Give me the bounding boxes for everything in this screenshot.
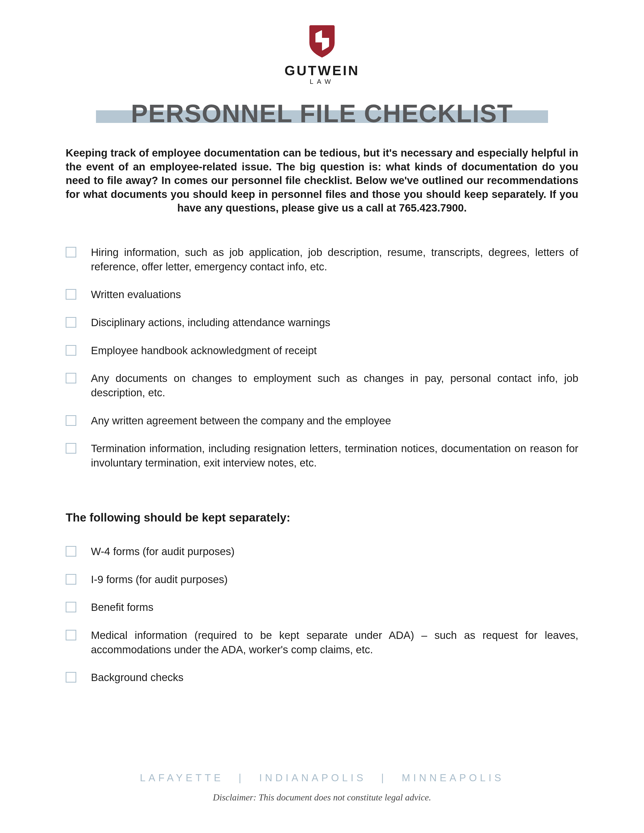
checkbox-icon[interactable] [66, 373, 76, 383]
separate-checklist: W-4 forms (for audit purposes) I-9 forms… [66, 545, 578, 685]
checklist-item: Background checks [66, 671, 578, 685]
checklist-item-text: Any documents on changes to employment s… [91, 371, 578, 400]
intro-paragraph: Keeping track of employee documentation … [66, 146, 578, 215]
checklist-item: Disciplinary actions, including attendan… [66, 315, 578, 330]
checklist-item: Benefit forms [66, 600, 578, 615]
page-footer: LAFAYETTE | INDIANAPOLIS | MINNEAPOLIS D… [0, 772, 644, 803]
checklist-item: W-4 forms (for audit purposes) [66, 545, 578, 559]
checklist-item-text: Hiring information, such as job applicat… [91, 245, 578, 274]
checklist-item: Any documents on changes to employment s… [66, 371, 578, 400]
footer-disclaimer: Disclaimer: This document does not const… [0, 792, 644, 803]
checkbox-icon[interactable] [66, 415, 76, 426]
checkbox-icon[interactable] [66, 443, 76, 453]
checklist-item-text: I-9 forms (for audit purposes) [91, 572, 578, 587]
checkbox-icon[interactable] [66, 602, 76, 613]
checkbox-icon[interactable] [66, 289, 76, 300]
logo-block: GUTWEIN LAW [66, 23, 578, 85]
separate-section-heading: The following should be kept separately: [66, 511, 578, 524]
checklist-item: Written evaluations [66, 288, 578, 302]
footer-locations: LAFAYETTE | INDIANAPOLIS | MINNEAPOLIS [0, 772, 644, 783]
logo-brand-sub: LAW [66, 78, 578, 85]
checklist-item-text: W-4 forms (for audit purposes) [91, 545, 578, 559]
location-item: LAFAYETTE [140, 772, 224, 783]
checklist-item-text: Background checks [91, 671, 578, 685]
main-checklist: Hiring information, such as job applicat… [66, 245, 578, 470]
checkbox-icon[interactable] [66, 574, 76, 585]
checklist-item: Hiring information, such as job applicat… [66, 245, 578, 274]
checklist-item-text: Benefit forms [91, 600, 578, 615]
checklist-item: Any written agreement between the compan… [66, 414, 578, 428]
checkbox-icon[interactable] [66, 317, 76, 328]
checklist-item-text: Disciplinary actions, including attendan… [91, 315, 578, 330]
checklist-item: Termination information, including resig… [66, 442, 578, 470]
document-page: GUTWEIN LAW PERSONNEL FILE CHECKLIST Kee… [0, 0, 644, 685]
checklist-item-text: Termination information, including resig… [91, 442, 578, 470]
checklist-item-text: Employee handbook acknowledgment of rece… [91, 344, 578, 358]
page-title-wrap: PERSONNEL FILE CHECKLIST [66, 101, 578, 129]
location-item: INDIANAPOLIS [259, 772, 366, 783]
checkbox-icon[interactable] [66, 630, 76, 640]
logo-shield-icon [307, 23, 337, 59]
checkbox-icon[interactable] [66, 345, 76, 356]
checklist-item: Medical information (required to be kept… [66, 628, 578, 657]
logo-brand-name: GUTWEIN [66, 64, 578, 77]
checkbox-icon[interactable] [66, 247, 76, 257]
checklist-item-text: Medical information (required to be kept… [91, 628, 578, 657]
checkbox-icon[interactable] [66, 672, 76, 683]
checklist-item: I-9 forms (for audit purposes) [66, 572, 578, 587]
location-separator: | [239, 772, 244, 783]
checklist-item: Employee handbook acknowledgment of rece… [66, 344, 578, 358]
page-title: PERSONNEL FILE CHECKLIST [66, 101, 578, 126]
location-item: MINNEAPOLIS [402, 772, 504, 783]
checklist-item-text: Written evaluations [91, 288, 578, 302]
location-separator: | [381, 772, 386, 783]
checklist-item-text: Any written agreement between the compan… [91, 414, 578, 428]
checkbox-icon[interactable] [66, 546, 76, 556]
